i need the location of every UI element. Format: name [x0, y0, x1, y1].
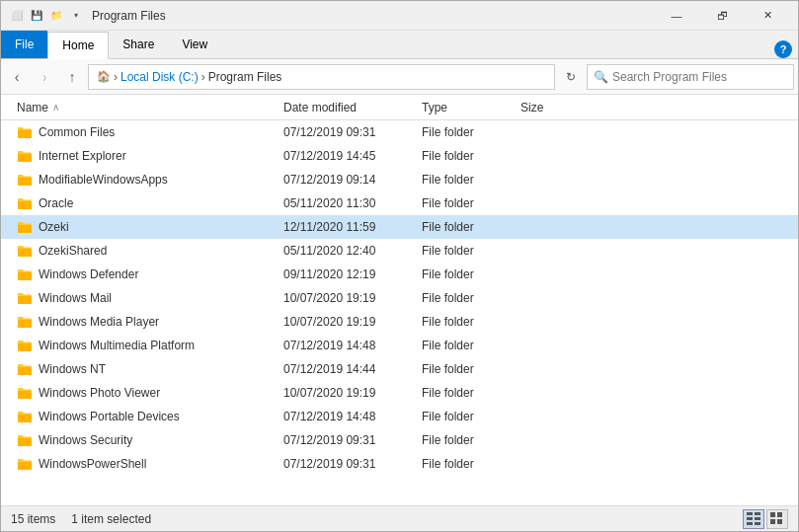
col-header-type[interactable]: Type — [422, 101, 520, 114]
file-name: Windows Photo Viewer — [39, 386, 283, 400]
sort-arrow-icon: ∧ — [52, 102, 59, 113]
file-date: 05/11/2020 11:30 — [283, 196, 422, 210]
table-row[interactable]: Oracle 05/11/2020 11:30 File folder — [1, 191, 798, 215]
search-box[interactable]: 🔍 — [587, 64, 794, 90]
up-button[interactable]: ↑ — [60, 65, 84, 89]
col-header-date[interactable]: Date modified — [283, 101, 422, 114]
table-row[interactable]: Common Files 07/12/2019 09:31 File folde… — [1, 120, 798, 144]
folder-icon — [17, 219, 33, 235]
folder-icon — [17, 266, 33, 282]
table-row[interactable]: Windows Mail 10/07/2020 19:19 File folde… — [1, 286, 798, 310]
folder-icon — [17, 361, 33, 377]
file-date: 07/12/2019 14:48 — [283, 410, 422, 423]
table-row[interactable]: Windows Security 07/12/2019 09:31 File f… — [1, 428, 798, 452]
svg-rect-6 — [770, 512, 775, 517]
help-button[interactable]: ? — [774, 40, 792, 58]
selected-count: 1 item selected — [71, 512, 151, 526]
file-date: 10/07/2020 19:19 — [283, 291, 422, 305]
path-local-disk[interactable]: Local Disk (C:) — [120, 70, 199, 84]
file-name: Windows Defender — [39, 267, 283, 281]
path-current-folder[interactable]: Program Files — [208, 70, 282, 84]
file-type: File folder — [422, 149, 520, 163]
table-row[interactable]: Windows Media Player 10/07/2020 19:19 Fi… — [1, 310, 798, 334]
tab-view[interactable]: View — [168, 31, 221, 58]
svg-rect-3 — [755, 512, 760, 515]
file-date: 07/12/2019 14:48 — [283, 339, 422, 352]
tab-file[interactable]: File — [1, 31, 47, 58]
file-icon — [17, 148, 33, 164]
file-name: ModifiableWindowsApps — [39, 173, 283, 187]
file-list[interactable]: Common Files 07/12/2019 09:31 File folde… — [1, 120, 798, 505]
tab-home[interactable]: Home — [47, 32, 109, 59]
file-icon — [17, 432, 33, 448]
file-icon — [17, 195, 33, 211]
window: ⬜ 💾 📁 ▾ Program Files — 🗗 ✕ File Home Sh… — [0, 0, 799, 532]
file-icon — [17, 219, 33, 235]
item-count: 15 items — [11, 512, 55, 526]
svg-rect-1 — [747, 517, 753, 520]
path-separator-2: › — [201, 70, 205, 84]
table-row[interactable]: Windows Portable Devices 07/12/2019 14:4… — [1, 405, 798, 428]
title-bar: ⬜ 💾 📁 ▾ Program Files — 🗗 ✕ — [1, 1, 798, 31]
file-type: File folder — [422, 125, 520, 139]
table-row[interactable]: Windows NT 07/12/2019 14:44 File folder — [1, 357, 798, 381]
col-header-name[interactable]: Name ∧ — [17, 101, 283, 114]
svg-rect-4 — [755, 517, 760, 520]
search-input[interactable] — [612, 70, 787, 84]
file-icon — [17, 456, 33, 472]
table-row[interactable]: Windows Multimedia Platform 07/12/2019 1… — [1, 334, 798, 357]
minimize-button[interactable]: — — [654, 1, 699, 31]
maximize-button[interactable]: 🗗 — [699, 1, 745, 31]
svg-rect-8 — [770, 519, 775, 524]
folder-icon — [17, 432, 33, 448]
dropdown-arrow-icon[interactable]: ▾ — [68, 8, 84, 24]
back-button[interactable]: ‹ — [5, 65, 29, 89]
folder-icon — [17, 243, 33, 259]
file-name: Windows NT — [39, 362, 283, 376]
table-row[interactable]: Ozeki 12/11/2020 11:59 File folder — [1, 215, 798, 239]
file-icon — [17, 172, 33, 188]
table-row[interactable]: Windows Photo Viewer 10/07/2020 19:19 Fi… — [1, 381, 798, 405]
file-name: Windows Mail — [39, 291, 283, 305]
file-name: OzekiShared — [39, 244, 283, 258]
file-name: Common Files — [39, 125, 283, 139]
save-icon[interactable]: 💾 — [29, 8, 44, 24]
close-button[interactable]: ✕ — [745, 1, 790, 31]
file-date: 09/11/2020 12:19 — [283, 267, 422, 281]
quick-access-icon: ⬜ — [9, 8, 25, 24]
tab-share[interactable]: Share — [109, 31, 168, 58]
folder-icon[interactable]: 📁 — [48, 8, 64, 24]
file-type: File folder — [422, 220, 520, 234]
table-row[interactable]: OzekiShared 05/11/2020 12:40 File folder — [1, 239, 798, 263]
folder-icon — [17, 148, 33, 164]
table-row[interactable]: ModifiableWindowsApps 07/12/2019 09:14 F… — [1, 168, 798, 191]
window-title: Program Files — [92, 9, 166, 23]
svg-rect-5 — [755, 522, 760, 525]
details-view-button[interactable] — [743, 509, 764, 529]
ribbon-tabs: File Home Share View ? — [1, 31, 798, 58]
refresh-button[interactable]: ↻ — [559, 65, 583, 89]
table-row[interactable]: Internet Explorer 07/12/2019 14:45 File … — [1, 144, 798, 168]
file-date: 07/12/2019 09:31 — [283, 125, 422, 139]
file-name: Internet Explorer — [39, 149, 283, 163]
large-icons-view-icon — [770, 512, 784, 526]
table-row[interactable]: Windows Defender 09/11/2020 12:19 File f… — [1, 263, 798, 286]
file-date: 07/12/2019 14:44 — [283, 362, 422, 376]
folder-icon — [17, 314, 33, 330]
file-date: 10/07/2020 19:19 — [283, 386, 422, 400]
file-type: File folder — [422, 339, 520, 352]
search-icon: 🔍 — [594, 70, 608, 84]
forward-button[interactable]: › — [33, 65, 56, 89]
file-name: Oracle — [39, 196, 283, 210]
file-date: 12/11/2020 11:59 — [283, 220, 422, 234]
svg-rect-9 — [777, 519, 782, 524]
file-date: 10/07/2020 19:19 — [283, 315, 422, 329]
file-type: File folder — [422, 315, 520, 329]
status-bar: 15 items 1 item selected — [1, 505, 798, 531]
table-row[interactable]: WindowsPowerShell 07/12/2019 09:31 File … — [1, 452, 798, 476]
address-path-box[interactable]: 🏠 › Local Disk (C:) › Program Files — [88, 64, 555, 90]
large-icons-view-button[interactable] — [766, 509, 788, 529]
title-bar-icons: ⬜ 💾 📁 ▾ — [9, 8, 84, 24]
col-header-size[interactable]: Size — [520, 101, 599, 114]
file-date: 07/12/2019 09:31 — [283, 433, 422, 447]
